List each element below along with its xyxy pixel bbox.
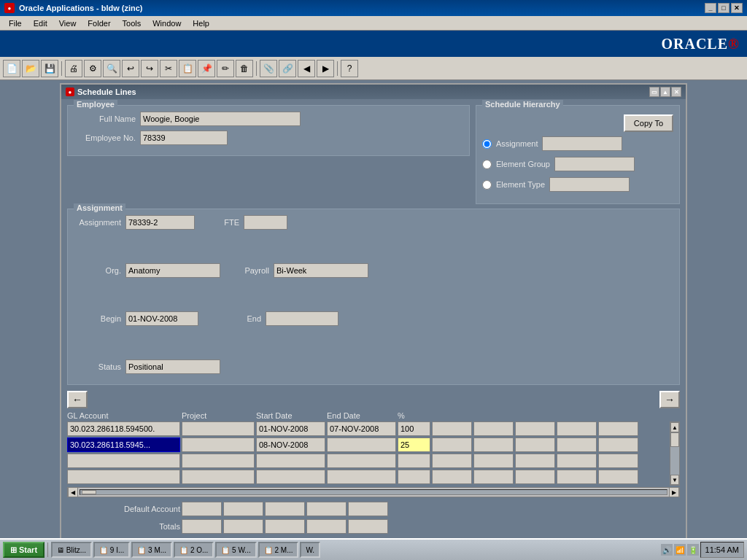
window-controls[interactable]: _ □ ✕ xyxy=(705,3,743,13)
row4-c10[interactable] xyxy=(598,470,638,484)
status-input[interactable] xyxy=(125,359,220,374)
row4-c8[interactable] xyxy=(515,470,555,484)
radio-element-type[interactable] xyxy=(482,180,492,190)
next-arrow-button[interactable]: → xyxy=(659,391,680,408)
toolbar-btn12[interactable]: 🔗 xyxy=(279,60,296,77)
toolbar-btn13[interactable]: ◀ xyxy=(298,60,315,77)
row3-c10[interactable] xyxy=(598,454,638,468)
row2-end[interactable] xyxy=(327,438,396,452)
toolbar-btn14[interactable]: ▶ xyxy=(317,60,334,77)
taskbar-item-4[interactable]: 📋 2 O... xyxy=(174,542,214,558)
row3-c7[interactable] xyxy=(473,454,514,468)
row1-c6[interactable] xyxy=(432,421,472,436)
row2-start[interactable] xyxy=(256,438,325,452)
scroll-up-button[interactable]: ▲ xyxy=(670,422,679,432)
fte-input[interactable] xyxy=(244,215,287,230)
taskbar-item-5[interactable]: 📋 5 W... xyxy=(215,542,256,558)
row1-gl[interactable] xyxy=(67,421,180,436)
assignment-input[interactable] xyxy=(125,215,195,230)
menu-tools[interactable]: Tools xyxy=(117,18,147,29)
menu-window[interactable]: Window xyxy=(147,18,187,29)
prev-arrow-button[interactable]: ← xyxy=(67,391,88,408)
totals-c4[interactable] xyxy=(306,519,347,534)
row4-gl[interactable] xyxy=(67,470,180,484)
row3-c9[interactable] xyxy=(557,454,597,468)
element-group-input[interactable] xyxy=(554,157,635,171)
emp-no-input[interactable] xyxy=(140,131,228,145)
taskbar-item-6[interactable]: 📋 2 M... xyxy=(258,542,299,558)
row2-pct[interactable] xyxy=(398,438,430,452)
row3-c6[interactable] xyxy=(432,454,472,468)
row4-c6[interactable] xyxy=(432,470,472,484)
toolbar-btn11[interactable]: 📎 xyxy=(260,60,277,77)
row3-project[interactable] xyxy=(182,454,255,468)
toolbar-btn5[interactable]: ↪ xyxy=(141,60,158,77)
toolbar-btn3[interactable]: 🔍 xyxy=(103,60,120,77)
menu-folder[interactable]: Folder xyxy=(82,18,116,29)
scroll-thumb[interactable] xyxy=(670,432,679,447)
scroll-right-button[interactable]: ▶ xyxy=(669,487,679,497)
radio-assignment[interactable] xyxy=(482,139,492,149)
row3-pct[interactable] xyxy=(398,454,430,468)
begin-input[interactable] xyxy=(125,311,198,326)
toolbar-help[interactable]: ? xyxy=(341,60,358,77)
row3-gl[interactable] xyxy=(67,454,180,468)
row4-project[interactable] xyxy=(182,470,255,484)
default-account-c2[interactable] xyxy=(223,502,263,516)
toolbar-print[interactable]: 🖨 xyxy=(65,60,82,77)
menu-help[interactable]: Help xyxy=(187,18,215,29)
row1-c7[interactable] xyxy=(473,421,514,436)
row1-c8[interactable] xyxy=(515,421,555,436)
toolbar-btn6[interactable]: ✂ xyxy=(160,60,177,77)
dialog-controls[interactable]: ▭ ▲ ✕ xyxy=(649,87,681,97)
toolbar-btn8[interactable]: 📌 xyxy=(198,60,215,77)
scroll-left-button[interactable]: ◀ xyxy=(68,487,78,497)
default-account-c5[interactable] xyxy=(348,502,388,516)
totals-c3[interactable] xyxy=(265,519,305,534)
scroll-h-thumb[interactable] xyxy=(82,490,96,494)
horizontal-scrollbar[interactable]: ◀ ▶ xyxy=(67,487,680,497)
default-account-c4[interactable] xyxy=(306,502,347,516)
row4-end[interactable] xyxy=(327,470,396,484)
row2-c7[interactable] xyxy=(473,438,514,452)
toolbar-btn9[interactable]: ✏ xyxy=(217,60,234,77)
menu-view[interactable]: View xyxy=(53,18,82,29)
minimize-button[interactable]: _ xyxy=(705,3,716,13)
org-input[interactable] xyxy=(125,263,220,278)
row1-c9[interactable] xyxy=(557,421,597,436)
copy-to-button[interactable]: Copy To xyxy=(624,114,673,132)
taskbar-item-2[interactable]: 📋 9 I... xyxy=(93,542,130,558)
dialog-minimize[interactable]: ▭ xyxy=(649,87,659,97)
payroll-input[interactable] xyxy=(274,263,368,278)
row3-end[interactable] xyxy=(327,454,396,468)
taskbar-item-3[interactable]: 📋 3 M... xyxy=(131,542,172,558)
row1-end[interactable] xyxy=(327,421,396,436)
toolbar-btn2[interactable]: ⚙ xyxy=(84,60,101,77)
toolbar-save[interactable]: 💾 xyxy=(41,60,58,77)
toolbar-open[interactable]: 📂 xyxy=(22,60,39,77)
close-button[interactable]: ✕ xyxy=(731,3,743,13)
row4-c9[interactable] xyxy=(557,470,597,484)
vertical-scrollbar[interactable]: ▲ ▼ xyxy=(670,421,680,486)
row1-start[interactable] xyxy=(256,421,325,436)
row1-project[interactable] xyxy=(182,421,255,436)
start-button[interactable]: ⊞ Start xyxy=(3,542,44,558)
menu-edit[interactable]: Edit xyxy=(28,18,53,29)
row3-start[interactable] xyxy=(256,454,325,468)
scroll-down-button[interactable]: ▼ xyxy=(670,475,679,485)
row2-c6[interactable] xyxy=(432,438,472,452)
toolbar-btn4[interactable]: ↩ xyxy=(122,60,139,77)
row1-c10[interactable] xyxy=(598,421,638,436)
full-name-input[interactable] xyxy=(140,112,301,126)
totals-c1[interactable] xyxy=(182,519,222,534)
row2-gl[interactable] xyxy=(67,438,180,452)
dialog-maximize[interactable]: ▲ xyxy=(660,87,670,97)
row2-c10[interactable] xyxy=(598,438,638,452)
taskbar-item-1[interactable]: 🖥 Blitz... xyxy=(51,542,92,558)
taskbar-item-7[interactable]: W. xyxy=(300,542,320,558)
row3-c8[interactable] xyxy=(515,454,555,468)
row1-pct[interactable] xyxy=(398,421,430,436)
row2-project[interactable] xyxy=(182,438,255,452)
default-account-c3[interactable] xyxy=(265,502,305,516)
totals-c2[interactable] xyxy=(223,519,263,534)
